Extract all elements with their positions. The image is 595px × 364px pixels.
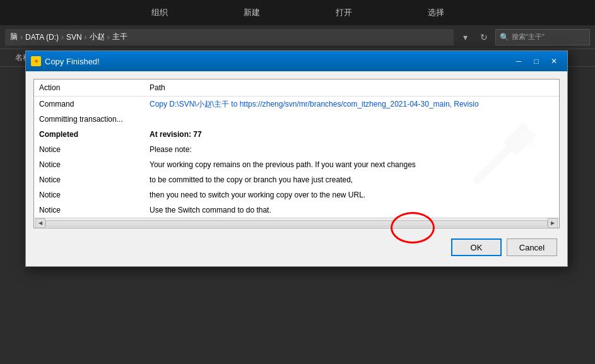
path-notice-4: then you need to switch your working cop… — [144, 187, 559, 203]
toolbar-organize[interactable]: 组织 — [151, 7, 168, 18]
search-box[interactable]: 🔍 搜索"主干" — [495, 29, 590, 45]
path-committing — [144, 112, 559, 127]
dialog-titlebar: ✦ Copy Finished! ─ □ ✕ — [26, 51, 567, 71]
copy-finished-dialog: ✦ Copy Finished! ─ □ ✕ Action Path — [25, 50, 568, 267]
path-notice-3: to be committed to the copy or branch yo… — [144, 172, 559, 187]
log-row-notice-3: Notice to be committed to the copy or br… — [34, 172, 559, 187]
horizontal-scrollbar[interactable]: ◀ ▶ — [34, 218, 559, 228]
search-placeholder: 搜索"主干" — [512, 32, 545, 42]
top-toolbar: 组织 新建 打开 选择 — [0, 0, 595, 25]
log-row-notice-2: Notice Your working copy remains on the … — [34, 157, 559, 172]
action-completed: Completed — [34, 127, 144, 142]
path-completed: At revision: 77 — [144, 127, 559, 142]
action-committing: Committing transaction... — [34, 112, 144, 127]
cancel-button[interactable]: Cancel — [507, 238, 557, 256]
maximize-button[interactable]: □ — [528, 55, 545, 68]
dialog-content: Action Path Command Copy D:\SVN\小赵\主干 to… — [26, 71, 567, 266]
toolbar-select[interactable]: 选择 — [428, 7, 444, 18]
path-command: Copy D:\SVN\小赵\主干 to https://zheng/svn/m… — [144, 97, 559, 112]
dropdown-icon[interactable]: ▾ — [457, 30, 473, 45]
dialog-icon: ✦ — [31, 56, 41, 66]
address-icons: ▾ ↻ — [457, 30, 492, 45]
minimize-button[interactable]: ─ — [510, 55, 527, 68]
dialog-title: Copy Finished! — [45, 57, 507, 66]
path-notice-2: Your working copy remains on the previou… — [144, 157, 559, 172]
toolbar-open[interactable]: 打开 — [336, 7, 352, 18]
toolbar-new[interactable]: 新建 — [244, 7, 260, 18]
search-icon: 🔍 — [500, 33, 509, 42]
action-notice-5: Notice — [34, 203, 144, 218]
header-path: Path — [144, 79, 559, 97]
refresh-icon[interactable]: ↻ — [476, 30, 492, 45]
breadcrumb-item-4: 主干 — [112, 32, 127, 42]
log-row-command: Command Copy D:\SVN\小赵\主干 to https://zhe… — [34, 97, 559, 112]
log-row-completed: Completed At revision: 77 — [34, 127, 559, 142]
breadcrumb-item-0: 脑 — [10, 32, 18, 42]
log-table: Action Path Command Copy D:\SVN\小赵\主干 to… — [34, 79, 559, 218]
path-notice-1: Please note: — [144, 142, 559, 157]
breadcrumb-item-2: SVN — [66, 33, 82, 42]
breadcrumb-item-1: DATA (D:) — [25, 33, 59, 42]
action-notice-3: Notice — [34, 172, 144, 187]
titlebar-buttons: ─ □ ✕ — [510, 55, 562, 68]
log-row-notice-1: Notice Please note: — [34, 142, 559, 157]
header-action: Action — [34, 79, 144, 97]
scroll-track[interactable] — [45, 220, 548, 226]
ok-button[interactable]: OK — [451, 238, 502, 256]
address-bar: 脑 › DATA (D:) › SVN › 小赵 › 主干 ▾ ↻ 🔍 搜索"主… — [0, 25, 595, 49]
action-command: Command — [34, 97, 144, 112]
log-row-notice-5: Notice Use the Switch command to do that… — [34, 203, 559, 218]
action-notice-4: Notice — [34, 187, 144, 203]
action-notice-2: Notice — [34, 157, 144, 172]
breadcrumb[interactable]: 脑 › DATA (D:) › SVN › 小赵 › 主干 — [5, 29, 454, 45]
path-notice-5: Use the Switch command to do that. — [144, 203, 559, 218]
log-area: Action Path Command Copy D:\SVN\小赵\主干 to… — [33, 79, 560, 228]
log-row-notice-4: Notice then you need to switch your work… — [34, 187, 559, 203]
action-notice-1: Notice — [34, 142, 144, 157]
scroll-right-button[interactable]: ▶ — [548, 218, 558, 228]
explorer-background: 组织 新建 打开 选择 脑 › DATA (D:) › SVN › 小赵 › 主… — [0, 0, 595, 364]
scroll-left-button[interactable]: ◀ — [35, 218, 45, 228]
breadcrumb-item-3: 小赵 — [90, 32, 105, 42]
log-row-committing: Committing transaction... — [34, 112, 559, 127]
close-button[interactable]: ✕ — [546, 55, 562, 68]
dialog-footer: OK Cancel — [33, 236, 560, 259]
log-header-row: Action Path — [34, 79, 559, 97]
